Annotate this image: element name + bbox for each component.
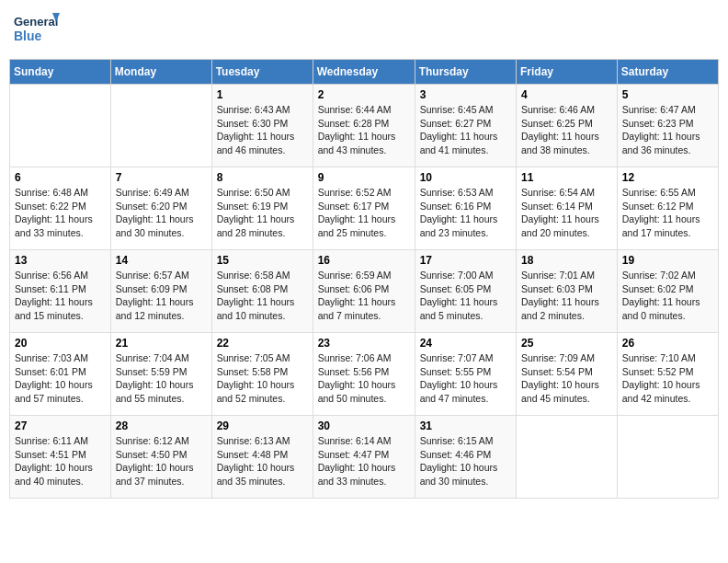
day-number: 4	[521, 88, 612, 101]
calendar-cell: 26 Sunrise: 7:10 AM Sunset: 5:52 PM Dayl…	[617, 333, 718, 416]
calendar-cell: 21 Sunrise: 7:04 AM Sunset: 5:59 PM Dayl…	[110, 333, 211, 416]
calendar-table: SundayMondayTuesdayWednesdayThursdayFrid…	[9, 59, 719, 499]
sunset-label: Sunset: 6:03 PM	[521, 283, 593, 294]
calendar-cell: 7 Sunrise: 6:49 AM Sunset: 6:20 PM Dayli…	[110, 167, 211, 250]
sunrise-label: Sunrise: 7:10 AM	[622, 352, 696, 363]
day-info: Sunrise: 6:47 AM Sunset: 6:23 PM Dayligh…	[622, 103, 713, 157]
sunset-label: Sunset: 4:51 PM	[15, 449, 86, 460]
daylight-label: Daylight: 11 hours and 36 minutes.	[622, 131, 700, 155]
day-number: 20	[15, 337, 106, 350]
daylight-label: Daylight: 10 hours and 47 minutes.	[420, 379, 498, 404]
sunrise-label: Sunrise: 6:15 AM	[420, 435, 494, 446]
calendar-cell: 15 Sunrise: 6:58 AM Sunset: 6:08 PM Dayl…	[211, 250, 313, 333]
day-info: Sunrise: 6:14 AM Sunset: 4:47 PM Dayligh…	[318, 434, 410, 488]
sunrise-label: Sunrise: 6:48 AM	[15, 187, 88, 198]
calendar-cell: 20 Sunrise: 7:03 AM Sunset: 6:01 PM Dayl…	[10, 333, 111, 416]
sunset-label: Sunset: 5:59 PM	[116, 366, 188, 377]
sunset-label: Sunset: 6:16 PM	[420, 201, 492, 212]
sunrise-label: Sunrise: 6:56 AM	[15, 270, 88, 281]
calendar-cell: 17 Sunrise: 7:00 AM Sunset: 6:05 PM Dayl…	[415, 250, 516, 333]
sunrise-label: Sunrise: 6:12 AM	[116, 435, 189, 446]
calendar-cell: 24 Sunrise: 7:07 AM Sunset: 5:55 PM Dayl…	[415, 333, 516, 416]
sunrise-label: Sunrise: 7:01 AM	[521, 270, 595, 281]
sunset-label: Sunset: 6:30 PM	[217, 118, 289, 129]
day-number: 15	[217, 254, 308, 267]
daylight-label: Daylight: 10 hours and 57 minutes.	[15, 379, 93, 404]
day-number: 25	[521, 337, 612, 350]
calendar-cell: 23 Sunrise: 7:06 AM Sunset: 5:56 PM Dayl…	[313, 333, 415, 416]
day-info: Sunrise: 6:59 AM Sunset: 6:06 PM Dayligh…	[318, 269, 410, 323]
sunrise-label: Sunrise: 6:53 AM	[420, 187, 494, 198]
calendar-cell: 22 Sunrise: 7:05 AM Sunset: 5:58 PM Dayl…	[211, 333, 313, 416]
calendar-week-1: 1 Sunrise: 6:43 AM Sunset: 6:30 PM Dayli…	[10, 85, 719, 167]
day-number: 19	[622, 254, 713, 267]
daylight-label: Daylight: 10 hours and 40 minutes.	[15, 462, 93, 487]
sunset-label: Sunset: 4:50 PM	[116, 449, 188, 460]
daylight-label: Daylight: 11 hours and 28 minutes.	[217, 213, 295, 238]
weekday-header-sunday: Sunday	[10, 60, 111, 85]
calendar-week-4: 20 Sunrise: 7:03 AM Sunset: 6:01 PM Dayl…	[10, 333, 719, 416]
calendar-cell: 30 Sunrise: 6:14 AM Sunset: 4:47 PM Dayl…	[313, 416, 415, 499]
calendar-cell	[517, 416, 618, 499]
sunset-label: Sunset: 4:48 PM	[217, 449, 289, 460]
daylight-label: Daylight: 11 hours and 17 minutes.	[622, 213, 700, 238]
day-info: Sunrise: 6:52 AM Sunset: 6:17 PM Dayligh…	[318, 186, 410, 240]
calendar-cell: 16 Sunrise: 6:59 AM Sunset: 6:06 PM Dayl…	[313, 250, 415, 333]
calendar-cell: 31 Sunrise: 6:15 AM Sunset: 4:46 PM Dayl…	[415, 416, 516, 499]
daylight-label: Daylight: 10 hours and 45 minutes.	[521, 379, 599, 404]
calendar-cell: 14 Sunrise: 6:57 AM Sunset: 6:09 PM Dayl…	[110, 250, 211, 333]
sunrise-label: Sunrise: 6:14 AM	[318, 435, 392, 446]
day-info: Sunrise: 6:57 AM Sunset: 6:09 PM Dayligh…	[116, 269, 207, 323]
day-number: 5	[622, 88, 713, 101]
sunrise-label: Sunrise: 7:03 AM	[15, 352, 88, 363]
day-number: 3	[420, 88, 511, 101]
daylight-label: Daylight: 11 hours and 33 minutes.	[15, 213, 93, 238]
day-number: 10	[420, 171, 511, 184]
sunset-label: Sunset: 6:12 PM	[622, 201, 694, 212]
day-number: 23	[318, 337, 410, 350]
calendar-cell	[110, 85, 211, 167]
sunset-label: Sunset: 5:58 PM	[217, 366, 289, 377]
day-number: 17	[420, 254, 511, 267]
day-info: Sunrise: 6:48 AM Sunset: 6:22 PM Dayligh…	[15, 186, 106, 240]
calendar-cell: 28 Sunrise: 6:12 AM Sunset: 4:50 PM Dayl…	[110, 416, 211, 499]
daylight-label: Daylight: 11 hours and 23 minutes.	[420, 213, 498, 238]
day-number: 18	[521, 254, 612, 267]
day-info: Sunrise: 7:04 AM Sunset: 5:59 PM Dayligh…	[116, 351, 207, 406]
day-number: 6	[15, 171, 106, 184]
sunset-label: Sunset: 5:52 PM	[622, 366, 694, 377]
calendar-cell: 19 Sunrise: 7:02 AM Sunset: 6:02 PM Dayl…	[617, 250, 718, 333]
weekday-header-wednesday: Wednesday	[313, 60, 415, 85]
day-info: Sunrise: 6:12 AM Sunset: 4:50 PM Dayligh…	[116, 434, 207, 488]
day-number: 7	[116, 171, 207, 184]
logo-svg: General Blue	[14, 9, 60, 50]
day-info: Sunrise: 6:49 AM Sunset: 6:20 PM Dayligh…	[116, 186, 207, 240]
day-info: Sunrise: 7:05 AM Sunset: 5:58 PM Dayligh…	[217, 351, 308, 406]
calendar-cell: 5 Sunrise: 6:47 AM Sunset: 6:23 PM Dayli…	[617, 85, 718, 167]
daylight-label: Daylight: 10 hours and 33 minutes.	[318, 462, 396, 487]
day-number: 14	[116, 254, 207, 267]
day-info: Sunrise: 6:46 AM Sunset: 6:25 PM Dayligh…	[521, 103, 612, 157]
day-number: 26	[622, 337, 713, 350]
day-info: Sunrise: 6:43 AM Sunset: 6:30 PM Dayligh…	[217, 103, 308, 157]
day-info: Sunrise: 7:10 AM Sunset: 5:52 PM Dayligh…	[622, 351, 713, 406]
daylight-label: Daylight: 11 hours and 46 minutes.	[217, 131, 295, 155]
day-number: 9	[318, 171, 410, 184]
day-number: 1	[217, 88, 308, 101]
sunset-label: Sunset: 6:17 PM	[318, 201, 390, 212]
day-number: 2	[318, 88, 410, 101]
day-info: Sunrise: 6:50 AM Sunset: 6:19 PM Dayligh…	[217, 186, 308, 240]
weekday-header-saturday: Saturday	[617, 60, 718, 85]
day-info: Sunrise: 7:03 AM Sunset: 6:01 PM Dayligh…	[15, 351, 106, 406]
calendar-week-5: 27 Sunrise: 6:11 AM Sunset: 4:51 PM Dayl…	[10, 416, 719, 499]
calendar-cell	[617, 416, 718, 499]
sunrise-label: Sunrise: 7:07 AM	[420, 352, 494, 363]
sunset-label: Sunset: 6:08 PM	[217, 283, 289, 294]
sunrise-label: Sunrise: 6:13 AM	[217, 435, 290, 446]
sunset-label: Sunset: 5:54 PM	[521, 366, 593, 377]
sunset-label: Sunset: 6:14 PM	[521, 201, 593, 212]
daylight-label: Daylight: 11 hours and 2 minutes.	[521, 296, 599, 321]
day-number: 24	[420, 337, 511, 350]
day-info: Sunrise: 7:07 AM Sunset: 5:55 PM Dayligh…	[420, 351, 511, 406]
calendar-cell: 3 Sunrise: 6:45 AM Sunset: 6:27 PM Dayli…	[415, 85, 516, 167]
